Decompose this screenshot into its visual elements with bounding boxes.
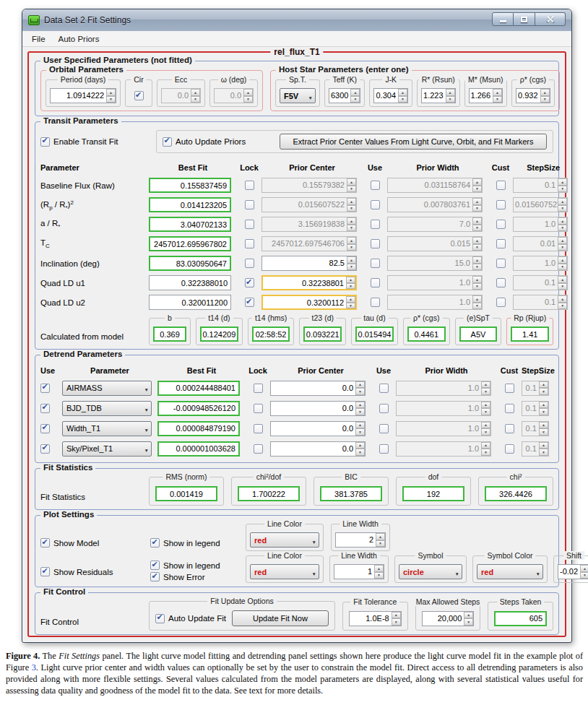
residuals-line-color-dropdown[interactable]: red (250, 564, 319, 579)
use-checkbox[interactable] (371, 181, 380, 190)
cust-checkbox[interactable] (496, 278, 506, 287)
spinner-icon[interactable] (106, 89, 116, 103)
model-show-in-legend[interactable]: Show in legend (150, 538, 246, 551)
use-checkbox[interactable] (379, 424, 389, 433)
spinner-icon[interactable] (376, 533, 385, 547)
rho-field[interactable]: 0.932 (516, 88, 550, 103)
spinner-icon[interactable] (392, 612, 401, 626)
use-checkbox[interactable] (371, 220, 380, 229)
prior-center-field[interactable]: 82.5 (261, 256, 357, 271)
use-checkbox[interactable] (379, 384, 389, 393)
menu-auto-priors[interactable]: Auto Priors (52, 33, 106, 45)
use-checkbox[interactable] (40, 404, 50, 413)
lock-checkbox[interactable] (254, 444, 263, 454)
spinner-icon[interactable] (355, 381, 365, 395)
auto-update-priors[interactable]: Auto Update Priors (163, 137, 271, 147)
use-checkbox[interactable] (379, 444, 389, 454)
lock-checkbox[interactable] (254, 424, 263, 433)
use-checkbox[interactable] (40, 424, 50, 433)
extract-priors-button[interactable]: Extract Prior Center Values From Light C… (280, 134, 547, 150)
use-checkbox[interactable] (371, 200, 380, 209)
residuals-show-in-legend[interactable]: Show in legend (150, 561, 246, 570)
symbol-dropdown[interactable]: circle (399, 564, 462, 579)
lock-checkbox[interactable] (245, 298, 254, 307)
show-model-checkbox[interactable] (40, 538, 50, 548)
teff-field[interactable]: 6300 (329, 88, 360, 103)
shift-field[interactable]: -0.02 (558, 564, 588, 579)
spinner-icon[interactable] (464, 612, 473, 626)
show-residuals-checkbox[interactable] (40, 567, 50, 576)
spt-dropdown[interactable]: F5V (280, 88, 316, 103)
use-checkbox[interactable] (40, 444, 50, 454)
cust-checkbox[interactable] (505, 444, 514, 454)
period-field[interactable]: 1.0914222 (50, 88, 116, 103)
spinner-icon[interactable] (355, 402, 365, 415)
detrend-parameter-dropdown[interactable]: Width_T1 (62, 421, 152, 436)
show-error-checkbox[interactable] (150, 572, 160, 581)
auto-update-priors-checkbox[interactable] (163, 137, 172, 147)
close-button[interactable] (535, 12, 566, 26)
cust-checkbox[interactable] (496, 239, 506, 248)
residuals-line-width-field[interactable]: 1 (334, 564, 384, 579)
spinner-icon[interactable] (374, 565, 384, 579)
prior-center-field[interactable]: 0.0 (270, 381, 366, 396)
lock-checkbox[interactable] (245, 200, 254, 209)
show-model[interactable]: Show Model (40, 538, 150, 551)
lock-checkbox[interactable] (245, 278, 254, 287)
auto-update-fit[interactable]: Auto Update Fit (155, 614, 226, 623)
enable-transit-fit[interactable]: Enable Transit Fit (40, 137, 156, 147)
prior-center-field[interactable]: 0.0 (270, 421, 366, 436)
lock-checkbox[interactable] (245, 239, 254, 248)
fit-tolerance-field[interactable]: 1.0E-8 (349, 611, 402, 626)
cust-checkbox[interactable] (496, 200, 506, 209)
minimize-button[interactable] (492, 12, 514, 26)
prior-center-field[interactable]: 0.0 (270, 441, 366, 457)
use-checkbox[interactable] (40, 384, 50, 393)
max-allowed-steps-field[interactable]: 20,000 (422, 611, 475, 626)
spinner-icon[interactable] (398, 89, 407, 103)
residuals-legend-checkbox[interactable] (150, 561, 160, 570)
model-line-width-field[interactable]: 2 (335, 532, 386, 548)
use-checkbox[interactable] (371, 278, 380, 287)
spinner-icon[interactable] (346, 277, 355, 289)
symbol-color-dropdown[interactable]: red (477, 564, 543, 579)
spinner-icon[interactable] (446, 89, 455, 103)
rstar-field[interactable]: 1.223 (421, 88, 456, 103)
cust-checkbox[interactable] (496, 259, 506, 268)
use-checkbox[interactable] (371, 239, 380, 248)
mstar-field[interactable]: 1.266 (469, 88, 503, 103)
spinner-icon[interactable] (346, 296, 355, 308)
spinner-icon[interactable] (580, 565, 588, 579)
lock-checkbox[interactable] (245, 220, 254, 229)
spinner-icon[interactable] (540, 89, 550, 103)
lock-checkbox[interactable] (254, 404, 263, 413)
spinner-icon[interactable] (493, 89, 502, 103)
detrend-parameter-dropdown[interactable]: AIRMASS (62, 381, 152, 396)
use-checkbox[interactable] (371, 298, 380, 307)
cust-checkbox[interactable] (496, 181, 506, 190)
spinner-icon[interactable] (355, 442, 365, 456)
enable-transit-checkbox[interactable] (40, 137, 50, 147)
prior-center-field[interactable]: 0.32238801 (261, 275, 357, 290)
title-bar[interactable]: Data Set 2 Fit Settings (22, 9, 571, 31)
prior-center-field[interactable]: 0.3200112 (261, 295, 357, 310)
lock-checkbox[interactable] (245, 181, 254, 190)
lock-checkbox[interactable] (254, 384, 263, 393)
model-legend-checkbox[interactable] (150, 538, 160, 548)
use-checkbox[interactable] (379, 404, 389, 413)
prior-center-field[interactable]: 0.0 (270, 401, 366, 416)
spinner-icon[interactable] (355, 422, 365, 436)
cust-checkbox[interactable] (505, 384, 514, 393)
cust-checkbox[interactable] (505, 404, 514, 413)
use-checkbox[interactable] (371, 259, 380, 268)
cust-checkbox[interactable] (505, 424, 514, 433)
lock-checkbox[interactable] (245, 259, 254, 268)
cir-checkbox[interactable] (134, 91, 144, 100)
spinner-icon[interactable] (347, 256, 356, 270)
update-fit-now-button[interactable]: Update Fit Now (232, 610, 329, 626)
cust-checkbox[interactable] (496, 220, 506, 229)
maximize-button[interactable] (514, 12, 535, 26)
jk-field[interactable]: 0.304 (373, 88, 408, 103)
spinner-icon[interactable] (350, 89, 360, 103)
model-line-color-dropdown[interactable]: red (250, 532, 319, 548)
